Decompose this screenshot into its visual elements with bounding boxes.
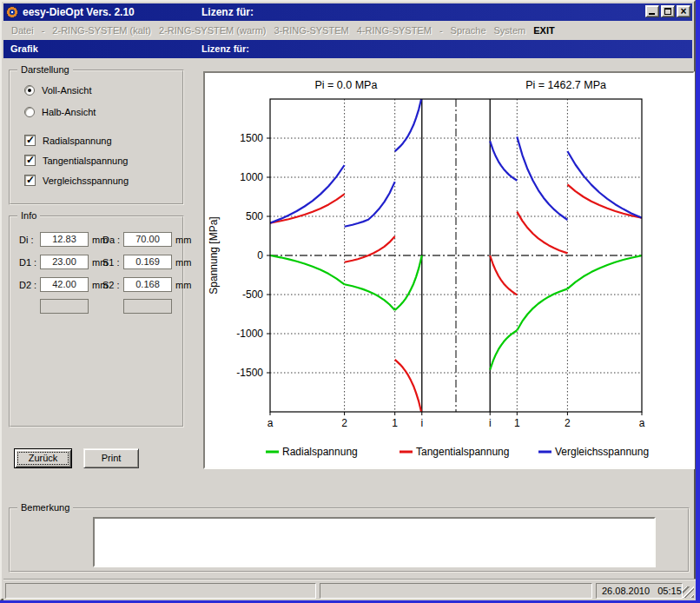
x-tick-label: 1	[514, 417, 520, 429]
menu-item-exit[interactable]: EXIT	[533, 25, 554, 36]
chart-axes: 150010005000-500-1000-1500a21ii12aPi = 0…	[208, 79, 649, 458]
field-d2-value[interactable]: 42.00	[40, 277, 89, 292]
close-button[interactable]: ×	[677, 5, 690, 17]
x-tick-label: 2	[341, 417, 347, 429]
status-panel-middle	[320, 583, 592, 599]
radio-halb-ansicht-label: Halb-Ansicht	[42, 107, 96, 117]
y-tick-label: -1000	[236, 328, 263, 340]
menu-item-sprache[interactable]: Sprache	[451, 25, 486, 36]
field-d2-label: D2 :	[19, 280, 36, 290]
field-extra-right[interactable]	[123, 299, 172, 314]
menu-item-2ring-kalt[interactable]: 2-RING-SYSTEM (kalt)	[52, 25, 151, 36]
checkbox-tangentialspannung-label: Tangentialspannung	[43, 156, 128, 166]
series-radialspannung	[345, 284, 395, 310]
app-icon	[6, 6, 18, 18]
series-vergleichsspannung	[395, 96, 422, 151]
checkbox-icon	[24, 175, 36, 186]
series-tangentialspannung	[395, 360, 422, 414]
x-tick-label: i	[489, 417, 492, 429]
checkbox-icon	[24, 135, 36, 146]
x-tick-label: a	[639, 417, 645, 429]
field-extra-left[interactable]	[40, 299, 89, 314]
subheader-license-label: Lizenz für:	[201, 43, 249, 54]
series-radialspannung	[395, 255, 422, 310]
y-axis-label: Spannung [MPa]	[208, 216, 220, 294]
series-tangentialspannung	[345, 236, 395, 262]
x-tick-label: 1	[392, 417, 398, 429]
menu-item-4ring[interactable]: 4-RING-SYSTEM	[357, 25, 432, 36]
x-tick-label: a	[267, 417, 274, 429]
info-group-title: Info	[17, 210, 40, 221]
field-s2-label: S2 :	[102, 280, 120, 290]
field-s2-unit: mm	[175, 280, 191, 290]
menu-bar: Datei - 2-RING-SYSTEM (kalt) 2-RING-SYST…	[3, 22, 692, 39]
series-tangentialspannung	[490, 255, 517, 295]
chart-gridlines	[270, 99, 642, 412]
series-vergleichsspannung	[345, 182, 395, 227]
field-d1-value[interactable]: 23.00	[40, 255, 89, 269]
radio-halb-ansicht[interactable]: Halb-Ansicht	[24, 107, 96, 117]
checkbox-vergleichsspannung[interactable]: Vergleichsspannung	[24, 175, 129, 186]
legend-label: Radialspannung	[282, 446, 358, 458]
field-di-label: Di :	[19, 235, 34, 245]
series-vergleichsspannung	[517, 136, 567, 220]
checkbox-icon	[24, 155, 36, 166]
chart-title-left: Pi = 0.0 MPa	[314, 79, 377, 91]
menu-item-system[interactable]: System	[494, 25, 526, 36]
bemerkung-textarea[interactable]	[93, 517, 656, 567]
checkbox-tangentialspannung[interactable]: Tangentialspannung	[24, 155, 128, 166]
maximize-icon	[664, 8, 671, 15]
minimize-button[interactable]	[645, 5, 659, 17]
window-title: eesy-DieOpt Vers. 2.10	[23, 6, 135, 18]
chart-panel: 150010005000-500-1000-1500a21ii12aPi = 0…	[203, 71, 695, 469]
field-da-value[interactable]: 70.00	[123, 232, 172, 247]
field-da-label: Da :	[102, 235, 120, 245]
status-datetime: 26.08.2010 05:15	[596, 583, 683, 599]
menu-item-3ring[interactable]: 3-RING-SYSTEM	[274, 25, 349, 36]
menu-item-datei[interactable]: Datei	[11, 25, 34, 36]
field-da-unit: mm	[175, 235, 191, 245]
status-bar: 26.08.2010 05:15	[3, 579, 696, 600]
radio-icon	[24, 107, 35, 117]
field-s1-label: S1 :	[102, 257, 120, 268]
child-window-title-bar: Grafik Lizenz für:	[3, 40, 692, 58]
y-tick-label: -500	[242, 288, 263, 301]
print-button-label: Print	[102, 453, 122, 463]
back-button[interactable]: Zurück	[14, 448, 72, 468]
series-radialspannung	[567, 255, 642, 288]
series-radialspannung	[270, 255, 345, 284]
menu-separator: -	[439, 25, 443, 36]
checkbox-radialspannung[interactable]: Radialspannung	[24, 135, 112, 146]
app-window: eesy-DieOpt Vers. 2.10 Lizenz für: × Dat…	[0, 0, 696, 600]
resize-grip[interactable]	[683, 586, 694, 598]
y-tick-label: 500	[246, 210, 263, 222]
checkbox-vergleichsspannung-label: Vergleichsspannung	[43, 176, 129, 186]
field-s2-value[interactable]: 0.168	[123, 277, 172, 292]
checkbox-radialspannung-label: Radialspannung	[43, 136, 112, 146]
y-tick-label: -1500	[236, 367, 263, 379]
x-tick-label: 2	[565, 417, 571, 429]
info-groupbox: Info Di : 12.83 mm Da : 70.00 mm D1 : 23…	[9, 215, 184, 427]
radio-voll-ansicht-label: Voll-Ansicht	[42, 85, 91, 96]
print-button[interactable]: Print	[83, 448, 139, 468]
field-di-value[interactable]: 12.83	[40, 232, 89, 247]
series-radialspannung	[490, 330, 517, 369]
series-radialspannung	[517, 288, 567, 330]
radio-icon	[24, 85, 35, 96]
series-tangentialspannung	[517, 212, 567, 254]
maximize-button[interactable]	[661, 5, 675, 17]
radio-voll-ansicht[interactable]: Voll-Ansicht	[24, 85, 91, 96]
menu-separator: -	[42, 25, 45, 36]
field-s1-value[interactable]: 0.169	[123, 255, 172, 269]
y-tick-label: 1000	[240, 171, 263, 183]
title-license-label: Lizenz für:	[201, 6, 254, 18]
series-vergleichsspannung	[490, 141, 517, 180]
menu-item-2ring-warm[interactable]: 2-RING-SYSTEM (warm)	[159, 25, 266, 36]
minimize-icon	[649, 13, 655, 15]
field-s1-unit: mm	[175, 257, 191, 268]
chart-title-right: Pi = 1462.7 MPa	[525, 79, 606, 91]
x-tick-label: i	[420, 417, 423, 429]
stress-chart: 150010005000-500-1000-1500a21ii12aPi = 0…	[205, 73, 693, 467]
y-tick-label: 1500	[240, 132, 263, 144]
focus-rect	[17, 452, 69, 465]
